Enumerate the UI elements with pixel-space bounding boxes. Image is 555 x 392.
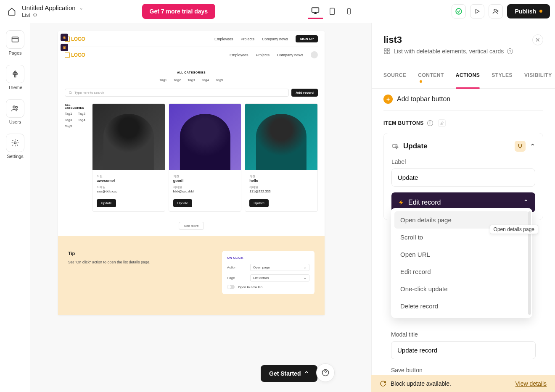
card-update-button[interactable]: Update: [249, 199, 269, 207]
preview-button[interactable]: [470, 4, 484, 18]
mobile-device-button[interactable]: [341, 4, 357, 19]
avatar-icon[interactable]: [311, 51, 318, 58]
label-field-label: Label: [391, 158, 535, 165]
signup-button[interactable]: SIGN UP: [296, 35, 318, 42]
svg-rect-18: [384, 52, 386, 54]
nav-employees-2[interactable]: Employees: [230, 53, 248, 57]
tip-toggle: [227, 285, 235, 289]
view-details-link[interactable]: View details: [515, 380, 547, 387]
chevron-up-icon[interactable]: ⌃: [530, 142, 535, 150]
side-tag[interactable]: Tag2: [78, 112, 88, 116]
panel-subtitle: List with deletable elements, vertical c…: [394, 48, 504, 55]
side-categories-heading: ALL CATEGORIES: [65, 103, 88, 109]
list-card[interactable]: 의견 awesome! 이메일 aaa@bbb.ccc Update: [92, 103, 165, 212]
preview-variant-icon-1[interactable]: ◉: [61, 34, 68, 41]
card-update-button[interactable]: Update: [173, 199, 193, 207]
tip-page-select: List details⌄: [250, 274, 309, 282]
svg-rect-0: [312, 8, 319, 12]
invite-user-button[interactable]: [489, 4, 503, 18]
sidebar-item-label: Pages: [8, 50, 21, 55]
item-button-card: Update ⌃ Label Edit record ⌃: [383, 133, 543, 220]
get-started-button[interactable]: Get Started ⌃: [261, 365, 317, 382]
tab-visibility[interactable]: VISIBILITY: [524, 68, 552, 88]
tablet-device-button[interactable]: [325, 4, 340, 19]
side-tag[interactable]: Tag4: [78, 118, 88, 122]
breadcrumb-page[interactable]: List: [22, 12, 30, 18]
help-button[interactable]: [316, 363, 335, 382]
preview-canvas[interactable]: ◉ ▣ LOGO Employees Projects Company news…: [58, 31, 325, 315]
svg-point-11: [16, 106, 17, 108]
svg-point-12: [14, 142, 16, 144]
card-image: [245, 104, 317, 170]
side-tag[interactable]: Tag3: [65, 118, 75, 122]
nav-company-news-2[interactable]: Company news: [277, 53, 303, 57]
home-button[interactable]: [5, 5, 18, 18]
panel-title: list3: [383, 34, 402, 45]
svg-point-10: [13, 106, 15, 108]
nav-projects[interactable]: Projects: [241, 37, 255, 41]
add-topbar-button[interactable]: + Add topbar button: [383, 95, 543, 111]
tag-link[interactable]: Tag4: [202, 78, 209, 82]
label-input[interactable]: [391, 168, 535, 187]
status-check-button[interactable]: [452, 4, 466, 18]
card-update-button[interactable]: Update: [97, 199, 116, 207]
mobile-icon: [346, 8, 352, 15]
tab-actions[interactable]: ACTIONS: [456, 68, 480, 88]
svg-line-14: [71, 93, 72, 94]
add-record-button[interactable]: Add record: [291, 89, 318, 97]
nav-company-news[interactable]: Company news: [262, 37, 288, 41]
sidebar-item-users[interactable]: Users: [6, 99, 24, 124]
dropdown-item[interactable]: Edit record: [394, 263, 529, 280]
publish-button[interactable]: Publish: [507, 4, 550, 18]
svg-rect-1: [330, 8, 335, 14]
app-title[interactable]: Untitled Application: [22, 4, 76, 11]
play-icon: [474, 8, 480, 14]
search-input[interactable]: Type here to search: [65, 89, 289, 97]
svg-rect-8: [12, 37, 18, 42]
tab-content[interactable]: CONTENT: [418, 68, 444, 88]
pending-dot-icon: [539, 10, 542, 13]
modal-title-input[interactable]: [391, 341, 536, 359]
tab-styles[interactable]: STYLES: [492, 68, 513, 88]
side-tag[interactable]: Tag1: [65, 112, 75, 116]
preview-variant-icon-2[interactable]: ▣: [61, 44, 68, 51]
sidebar-item-theme[interactable]: Theme: [6, 65, 24, 90]
info-icon[interactable]: ?: [507, 48, 513, 54]
tag-link[interactable]: Tag5: [216, 78, 223, 82]
gear-icon[interactable]: ⚙: [33, 12, 37, 18]
tab-source[interactable]: SOURCE: [383, 68, 406, 88]
tag-link[interactable]: Tag3: [188, 78, 195, 82]
dropdown-item[interactable]: One-click update: [394, 280, 529, 297]
desktop-device-button[interactable]: [308, 4, 323, 19]
home-icon: [8, 7, 16, 16]
user-plus-icon: [492, 8, 499, 15]
list-card[interactable]: 의견 good! 이메일 bbb@ccc.ddd Update: [169, 103, 242, 212]
side-tag[interactable]: Tag5: [65, 124, 75, 128]
tip-text: Set "On click" action to open the list d…: [68, 260, 209, 264]
style-brush-button[interactable]: [438, 119, 446, 127]
update-banner: Block update available. View details: [371, 375, 555, 392]
nav-employees[interactable]: Employees: [214, 37, 233, 41]
theme-icon: [11, 70, 19, 78]
sidebar-item-pages[interactable]: Pages: [6, 30, 24, 55]
tip-action-select: Open page⌄: [250, 264, 309, 271]
see-more-button[interactable]: See more: [179, 222, 204, 230]
branch-icon: [517, 143, 523, 149]
trial-button[interactable]: Get 7 more trial days: [142, 4, 216, 19]
info-icon[interactable]: i: [427, 120, 433, 126]
sidebar-item-label: Theme: [8, 85, 22, 90]
list-card[interactable]: 의견 hello 이메일 111@222.333 Update: [245, 103, 318, 212]
card-image: [92, 104, 165, 170]
tip-example-card: ON CLICK Action Open page⌄ Page List det…: [222, 251, 314, 294]
sidebar-item-settings[interactable]: Settings: [6, 134, 24, 159]
dropdown-item[interactable]: Open URL: [394, 246, 529, 263]
dropdown-item[interactable]: Delete record: [394, 297, 529, 315]
bolt-icon: [398, 200, 404, 205]
close-panel-button[interactable]: ✕: [532, 34, 543, 45]
nav-projects-2[interactable]: Projects: [256, 53, 270, 57]
tag-link[interactable]: Tag2: [174, 78, 181, 82]
chevron-down-icon[interactable]: ⌄: [79, 5, 83, 11]
branch-button[interactable]: [515, 141, 526, 152]
section-heading: ITEM BUTTONS: [383, 120, 424, 126]
tag-link[interactable]: Tag1: [160, 78, 167, 82]
